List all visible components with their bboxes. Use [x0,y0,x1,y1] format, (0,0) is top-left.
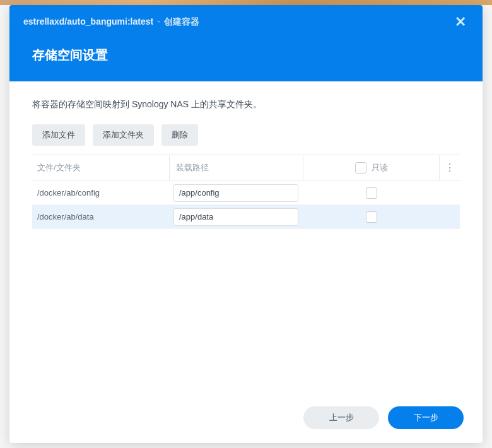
col-header-readonly[interactable]: 只读 [303,155,440,180]
row-mount-cell [170,208,303,226]
modal-header: estrellaxd/auto_bangumi:latest - 创建容器 ✕ … [9,5,483,81]
table-row[interactable]: /docker/ab/data [32,205,460,229]
table-row[interactable]: /docker/ab/config [32,181,460,205]
next-button[interactable]: 下一步 [388,406,464,429]
create-container-modal: estrellaxd/auto_bangumi:latest - 创建容器 ✕ … [9,5,483,443]
description-text: 将容器的存储空间映射到 Synology NAS 上的共享文件夹。 [32,99,460,110]
mount-path-input[interactable] [173,208,298,226]
toolbar: 添加文件 添加文件夹 删除 [32,124,460,146]
row-readonly-cell [303,211,440,223]
readonly-header-label: 只读 [372,162,388,174]
previous-button[interactable]: 上一步 [303,406,379,429]
table-options-button[interactable]: ⋮ [440,155,460,180]
modal-footer: 上一步 下一步 [9,396,483,443]
row-readonly-cell [303,187,440,199]
add-file-button[interactable]: 添加文件 [32,124,85,146]
row-file-path: /docker/ab/data [32,212,170,221]
more-vertical-icon: ⋮ [445,163,455,173]
backdrop-strip [0,0,492,5]
header-subtitle-area: 存储空间设置 [9,34,483,81]
mount-path-input[interactable] [173,184,298,202]
col-header-file[interactable]: 文件/文件夹 [32,155,170,180]
table-header-row: 文件/文件夹 装载路径 只读 ⋮ [32,155,460,181]
delete-button[interactable]: 删除 [161,124,198,146]
col-header-mount[interactable]: 装载路径 [170,155,303,180]
mount-table: 文件/文件夹 装载路径 只读 ⋮ /docker/ab/config/docke… [32,155,460,229]
row-mount-cell [170,184,303,202]
readonly-header-checkbox[interactable] [355,162,366,174]
add-folder-button[interactable]: 添加文件夹 [93,124,154,146]
create-container-label: 创建容器 [164,16,199,28]
section-title: 存储空间设置 [32,47,460,64]
modal-body: 将容器的存储空间映射到 Synology NAS 上的共享文件夹。 添加文件 添… [9,81,483,396]
readonly-checkbox[interactable] [366,211,377,223]
modal-title: estrellaxd/auto_bangumi:latest - 创建容器 [23,16,199,28]
title-separator: - [157,16,160,27]
header-top-row: estrellaxd/auto_bangumi:latest - 创建容器 ✕ [9,5,483,34]
close-icon[interactable]: ✕ [452,14,469,30]
image-name: estrellaxd/auto_bangumi:latest [23,16,153,27]
row-file-path: /docker/ab/config [32,188,170,197]
readonly-checkbox[interactable] [366,187,377,199]
